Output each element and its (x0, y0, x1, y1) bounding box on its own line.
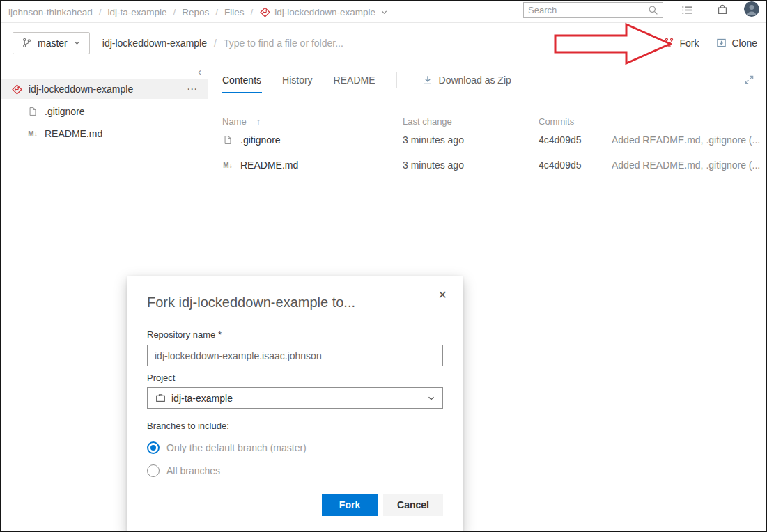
divider (396, 72, 397, 88)
screen: ijohnson-thinkahead idj-ta-example Repos… (0, 0, 767, 532)
table-row[interactable]: .gitignore 3 minutes ago 4c4d09d5 Added … (209, 127, 766, 152)
avatar[interactable] (744, 1, 759, 17)
repo-icon (259, 6, 270, 17)
chevron-down-icon (380, 8, 388, 16)
column-header-label: Name (222, 116, 247, 127)
radio-all-branches[interactable]: All branches (147, 464, 443, 477)
close-icon[interactable]: ✕ (438, 290, 447, 301)
fork-dialog: Fork idj-lockeddown-example to... ✕ Repo… (127, 276, 463, 532)
last-change-cell: 3 minutes ago (403, 159, 539, 171)
file-name-cell: M↓ README.md (222, 159, 403, 171)
tree-item-repo-root[interactable]: idj-lockeddown-example ⋯ (1, 79, 208, 99)
radio-default-branch[interactable]: Only the default branch (master) (147, 441, 443, 454)
tree-item-readme[interactable]: M↓ README.md (1, 124, 208, 143)
breadcrumb-separator (250, 7, 253, 17)
breadcrumb-separator (99, 7, 102, 17)
file-name: README.md (240, 159, 298, 171)
commit-hash-link[interactable]: 4c4d09d5 (539, 159, 612, 171)
branch-selector[interactable]: master (13, 32, 90, 54)
column-header-commits[interactable]: Commits (539, 116, 612, 127)
download-icon (422, 75, 433, 86)
search-icon (647, 5, 658, 16)
breadcrumb-organization[interactable]: ijohnson-thinkahead (8, 7, 93, 17)
fork-label: Fork (679, 38, 699, 49)
tree-item-gitignore[interactable]: .gitignore (1, 102, 208, 121)
file-finder-input[interactable] (224, 38, 433, 49)
file-name-cell: .gitignore (222, 134, 403, 146)
annotation-arrow (554, 22, 672, 65)
search-input[interactable] (528, 5, 647, 15)
path-repo-name[interactable]: idj-lockeddown-example (102, 38, 207, 49)
breadcrumb-project[interactable]: idj-ta-example (108, 7, 167, 17)
file-icon (222, 134, 233, 146)
download-zip-button[interactable]: Download as Zip (422, 75, 511, 86)
commit-message: Added README.md, .gitignore (... (612, 134, 766, 146)
path-separator (214, 38, 217, 49)
content-tabs: Contents History README Download as Zip (209, 63, 766, 97)
repo-icon (11, 84, 22, 95)
tab-history[interactable]: History (282, 63, 313, 97)
top-navigation-bar: ijohnson-thinkahead idj-ta-example Repos… (1, 1, 766, 23)
dialog-title: Fork idj-lockeddown-example to... (147, 293, 443, 311)
column-header-name[interactable]: Name ↑ (222, 116, 403, 127)
radio-unselected-icon (147, 464, 160, 477)
commit-message: Added README.md, .gitignore (... (612, 159, 766, 171)
briefcase-icon (155, 393, 166, 404)
project-label: Project (147, 373, 443, 383)
branches-to-include-label: Branches to include: (147, 421, 443, 431)
fullscreen-icon[interactable] (744, 75, 754, 87)
toolbar-commands: Fork Clone (663, 38, 757, 49)
dialog-fork-button[interactable]: Fork (322, 494, 378, 516)
task-list-icon[interactable] (681, 4, 693, 18)
branch-name: master (38, 38, 68, 49)
tree-item-label: idj-lockeddown-example (29, 84, 133, 95)
more-options-icon[interactable]: ⋯ (187, 83, 198, 95)
dialog-buttons: Fork Cancel (147, 494, 443, 516)
project-dropdown[interactable]: idj-ta-example (147, 387, 443, 409)
table-row[interactable]: M↓ README.md 3 minutes ago 4c4d09d5 Adde… (209, 152, 766, 178)
sort-ascending-icon: ↑ (256, 116, 261, 127)
marketplace-bag-icon[interactable] (717, 4, 728, 17)
chevron-down-icon (427, 394, 435, 402)
table-header: Name ↑ Last change Commits (209, 115, 766, 127)
clone-icon (715, 38, 727, 49)
search-box (523, 2, 663, 18)
tree-item-label: README.md (45, 128, 102, 139)
breadcrumb-files[interactable]: Files (224, 7, 245, 17)
tab-contents[interactable]: Contents (222, 63, 261, 97)
file-icon (27, 106, 38, 117)
radio-label: All branches (166, 465, 220, 476)
download-zip-label: Download as Zip (439, 75, 511, 86)
breadcrumb-repo-picker[interactable]: idj-lockeddown-example (259, 6, 388, 17)
markdown-icon: M↓ (27, 130, 38, 138)
repository-name-input[interactable] (147, 345, 443, 366)
breadcrumb-repos[interactable]: Repos (182, 7, 209, 17)
repository-name-label: Repository name * (147, 329, 443, 340)
breadcrumb: ijohnson-thinkahead idj-ta-example Repos… (8, 6, 388, 17)
tab-readme[interactable]: README (334, 63, 375, 97)
breadcrumb-separator (215, 7, 218, 17)
radio-selected-icon (147, 441, 160, 454)
last-change-cell: 3 minutes ago (403, 134, 539, 146)
project-value: idj-ta-example (171, 393, 233, 404)
markdown-icon: M↓ (222, 162, 233, 169)
file-tree: idj-lockeddown-example ⋯ .gitignore M↓ R… (1, 79, 208, 143)
branch-icon (21, 38, 32, 49)
chevron-down-icon (73, 39, 82, 47)
radio-label: Only the default branch (master) (166, 442, 307, 453)
file-name: .gitignore (240, 134, 281, 146)
breadcrumb-repo-label: idj-lockeddown-example (274, 7, 375, 17)
commit-hash-link[interactable]: 4c4d09d5 (539, 134, 612, 146)
dialog-cancel-button[interactable]: Cancel (383, 494, 443, 516)
clone-button[interactable]: Clone (715, 38, 757, 49)
clone-label: Clone (731, 38, 757, 49)
tree-item-label: .gitignore (45, 106, 85, 117)
collapse-sidebar-icon[interactable]: ‹ (198, 66, 201, 77)
column-header-last-change[interactable]: Last change (403, 116, 539, 127)
breadcrumb-separator (173, 7, 176, 17)
